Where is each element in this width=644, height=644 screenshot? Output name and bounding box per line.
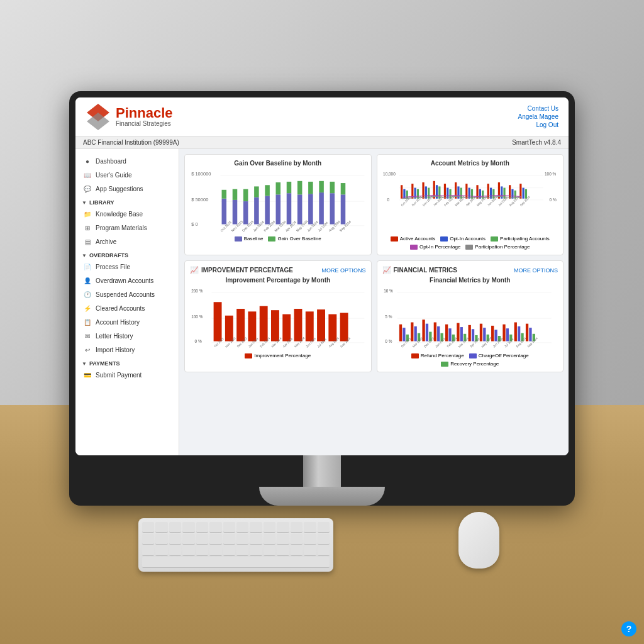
sidebar-item-account-history[interactable]: 📋 Account History [75,315,179,329]
sidebar-item-program-materials[interactable]: ⊞ Program Materials [75,221,179,235]
payments-arrow: ▼ [82,361,87,367]
svg-rect-66 [455,182,457,199]
svg-rect-142 [425,324,428,341]
key [291,534,303,545]
svg-rect-113 [306,311,314,341]
scene: Pinnacle Financial Strategies Contact Us… [0,0,644,644]
financial-metrics-card: 📈 FINANCIAL METRICS MORE OPTIONS Financi… [377,260,564,372]
financial-metrics-legend: Refund Percentage ChargeOff Percentage R… [382,353,558,367]
sidebar-item-archive[interactable]: ▤ Archive [75,235,179,248]
key [318,522,330,533]
sidebar-item-import-history[interactable]: ↩ Import History [75,343,179,357]
improvement-legend: Improvement Percentage [190,353,366,358]
app-header: Pinnacle Financial Strategies Contact Us… [75,97,569,136]
legend-recovery-pct: Recovery Percentage [441,361,499,367]
main-content: Gain Over Baseline by Month $ 100000 $ 5… [179,149,569,455]
key [264,522,275,533]
improvement-more-options[interactable]: MORE OPTIONS [321,267,365,274]
key [236,534,248,545]
svg-rect-157 [483,328,486,341]
svg-text:10,000: 10,000 [383,172,396,176]
logo-text: Pinnacle Financial Strategies [116,106,172,127]
sidebar-item-submit-payment[interactable]: 💳 Submit Payment [75,368,179,382]
sidebar-label-import-history: Import History [96,347,135,353]
sidebar-item-letter-history[interactable]: ✉ Letter History [75,329,179,343]
financial-more-options[interactable]: MORE OPTIONS [514,267,558,274]
refund-pct-label: Refund Percentage [421,353,464,358]
log-out-link[interactable]: Log Out [536,121,558,128]
library-section-label: LIBRARY [89,199,114,206]
svg-rect-81 [509,185,511,199]
active-accounts-label: Active Accounts [400,236,435,242]
key [196,546,208,557]
sidebar-label-account-history: Account History [96,319,140,326]
svg-rect-109 [260,306,268,341]
svg-rect-69 [465,184,467,199]
charts-grid: Gain Over Baseline by Month $ 100000 $ 5… [184,154,564,372]
sidebar-item-process-file[interactable]: 📄 Process File [75,260,179,274]
users-guide-icon: 📖 [83,170,92,179]
svg-text:10 %: 10 % [384,289,393,293]
svg-rect-15 [297,194,303,224]
key [264,534,275,545]
account-history-icon: 📋 [83,318,92,326]
svg-rect-105 [214,302,222,341]
svg-rect-30 [330,182,335,193]
sidebar-item-knowledge-base[interactable]: 📁 Knowledge Base [75,207,179,221]
key [250,546,262,557]
account-metrics-chart: 10,000 0 100 % 0 % [382,169,558,232]
mouse [458,512,499,569]
improvement-title-text: IMPROVEMENT PERCENTAGE [201,267,293,274]
sidebar-item-users-guide[interactable]: 📖 User's Guide [75,168,179,182]
key [304,522,316,533]
opt-in-pct-color [410,245,418,250]
sidebar-item-cleared-accounts[interactable]: ⚡ Cleared Accounts [75,301,179,315]
opt-in-accounts-color [440,236,448,242]
svg-rect-16 [308,194,313,224]
letter-history-icon: ✉ [83,331,92,340]
svg-text:100 %: 100 % [545,172,557,176]
svg-rect-60 [433,181,435,199]
svg-rect-147 [445,325,447,341]
payments-section-header: ▼ PAYMENTS [75,357,179,368]
overdrawn-accounts-icon: 👤 [83,276,92,285]
sidebar-item-dashboard[interactable]: ● Dashboard [75,154,179,168]
key [155,546,167,557]
svg-rect-24 [265,185,270,196]
sidebar-item-app-suggestions[interactable]: 💬 App Suggestions [75,182,179,196]
key [182,522,194,533]
svg-rect-166 [518,326,520,341]
svg-text:$ 0: $ 0 [191,221,197,227]
participation-pct-label: Participation Percentage [475,244,530,250]
key [277,546,289,557]
key [291,522,303,533]
svg-rect-17 [319,192,324,225]
sidebar-label-submit-payment: Submit Payment [96,372,142,379]
svg-rect-11 [254,197,259,225]
svg-rect-112 [294,309,303,341]
legend-opt-in-pct: Opt-In Percentage [410,244,460,250]
gain-over-baseline-title: Gain Over Baseline by Month [190,160,366,167]
sidebar-item-overdrawn-accounts[interactable]: 👤 Overdrawn Accounts [75,274,179,287]
keyboard [138,518,333,572]
contact-us-link[interactable]: Contact Us [528,105,558,112]
svg-rect-26 [287,182,292,193]
svg-rect-148 [448,328,451,341]
key [209,546,221,557]
user-name-link[interactable]: Angela Magee [518,113,559,120]
key [142,522,154,533]
recovery-pct-color [441,362,448,367]
sidebar-item-suspended-accounts[interactable]: 🕐 Suspended Accounts [75,287,179,301]
sidebar-label-cleared-accounts: Cleared Accounts [96,305,145,312]
svg-rect-114 [317,309,325,341]
svg-rect-162 [502,325,505,341]
recovery-pct-label: Recovery Percentage [450,361,499,367]
svg-rect-23 [254,186,259,197]
payments-section-label: PAYMENTS [89,360,120,367]
opt-in-accounts-label: Opt-In Accounts [450,236,486,242]
library-section-header: ▼ LIBRARY [75,196,179,207]
financial-chart-icon: 📈 [382,266,391,274]
key [250,534,262,545]
sidebar-label-dashboard: Dashboard [96,158,126,165]
svg-marker-1 [87,113,109,130]
